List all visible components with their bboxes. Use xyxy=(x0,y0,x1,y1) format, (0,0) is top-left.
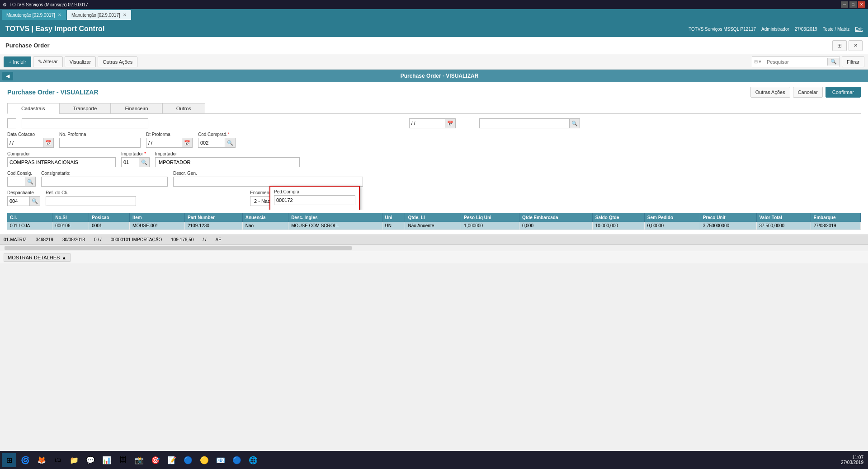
search-icon-despachante[interactable]: 🔍 xyxy=(30,196,40,206)
field-importador: Importador xyxy=(155,151,300,167)
col-saldo-qtde: Saldo Qtde xyxy=(592,213,644,222)
input-group-data-cotacao: 📅 xyxy=(7,138,54,148)
col-embarque: Embarque xyxy=(811,213,860,222)
input-despachante[interactable] xyxy=(7,196,30,206)
input-blank2[interactable] xyxy=(22,118,148,128)
incluir-button[interactable]: + Incluir xyxy=(4,56,31,67)
col-desc-ingles: Desc. Ingles xyxy=(288,213,382,222)
cell-sem-pedido: 0,00000 xyxy=(644,222,700,230)
col-part-number: Part Number xyxy=(184,213,242,222)
input-cod-consig[interactable] xyxy=(7,177,25,187)
search-icon-1[interactable]: 🔍 xyxy=(570,118,580,128)
tab-2[interactable]: Manutenção [02.9.0017] ✕ xyxy=(67,10,131,20)
filtrar-button[interactable]: Filtrar xyxy=(842,56,864,67)
input-group-despachante: 🔍 xyxy=(7,196,40,206)
tab-outros[interactable]: Outros xyxy=(162,103,205,113)
status-empresa: 01-MATRIZ xyxy=(4,237,27,242)
popup-input-ped-compra[interactable] xyxy=(274,195,355,205)
status-bar: 01-MATRIZ 3468219 30/08/2018 0 / / 00000… xyxy=(0,234,868,244)
field-ref-cli: Ref. do Cli. xyxy=(46,190,136,206)
input-consignatario[interactable] xyxy=(41,177,168,187)
exit-link[interactable]: Exit xyxy=(855,27,863,32)
tab-2-close[interactable]: ✕ xyxy=(123,13,127,17)
input-blank1[interactable] xyxy=(7,118,16,128)
tab-cadastrais[interactable]: Cadastrais xyxy=(7,103,59,114)
alterar-button[interactable]: ✎ Alterar xyxy=(33,56,63,67)
col-anuencia: Anuencia xyxy=(242,213,288,222)
tab-transporte[interactable]: Transporte xyxy=(59,103,111,113)
field-blank4: 🔍 xyxy=(479,118,861,128)
popup-label-ped-compra: Ped.Compra xyxy=(274,189,355,194)
title-bar-left: ⚙ TOTVS Serviços (Microsiga) 02.9.0017 xyxy=(3,2,88,7)
form-row-0: 📅 🔍 xyxy=(7,118,861,128)
cell-desc-ingles: MOUSE COM SCROLL xyxy=(288,222,382,230)
search-icon-importador[interactable]: 🔍 xyxy=(139,157,150,167)
cell-posicao: 0001 xyxy=(89,222,130,230)
back-button[interactable]: ◀ xyxy=(2,72,13,80)
form-row-4: Despachante 🔍 Ref. do Cli. Ped.Compra Va… xyxy=(7,190,861,206)
title-bar-right: ─ □ ✕ xyxy=(841,1,865,8)
input-importador[interactable] xyxy=(155,157,300,167)
form-row-1: Data Cotacao 📅 No. Proforma Dt Proforma … xyxy=(7,132,861,148)
close-module-button[interactable]: ✕ xyxy=(849,40,863,51)
minimize-button[interactable]: ─ xyxy=(841,1,848,8)
calendar-icon-proforma[interactable]: 📅 xyxy=(182,138,193,148)
popup-ped-compra: Ped.Compra Validação W2_PO_SIGA Ajuda: N… xyxy=(269,186,360,210)
search-button[interactable]: 🔍 xyxy=(827,58,840,66)
tab-bar: Manutenção [02.9.0017] ✕ Manutenção [02.… xyxy=(0,9,868,21)
form-actions: Outras Ações Cancelar Confirmar xyxy=(750,87,861,98)
title-bar: ⚙ TOTVS Serviços (Microsiga) 02.9.0017 ─… xyxy=(0,0,868,9)
cell-ci: 001 LOJA xyxy=(7,222,52,230)
table-container: C.I. No.SI Posicao Item Part Number Anue… xyxy=(7,213,861,230)
cancelar-button[interactable]: Cancelar xyxy=(793,87,823,98)
calendar-icon-1[interactable]: 📅 xyxy=(445,118,456,128)
show-details-button[interactable]: MOSTRAR DETALHES ▲ xyxy=(4,253,71,262)
columns-icon: ⊞▼ xyxy=(752,58,764,65)
tab-financeiro[interactable]: Financeiro xyxy=(111,103,162,113)
visualizar-button[interactable]: Visualizar xyxy=(65,56,96,67)
module-title: Purchase Order xyxy=(5,42,50,49)
field-blank3: 📅 xyxy=(409,118,456,128)
label-data-cotacao: Data Cotacao xyxy=(7,132,54,137)
input-blank4[interactable] xyxy=(479,118,570,128)
label-despachante: Despachante xyxy=(7,190,40,195)
label-consignatario: Consignatario: xyxy=(41,171,168,176)
input-importador-cod[interactable] xyxy=(121,157,139,167)
close-button[interactable]: ✕ xyxy=(858,1,865,8)
app-title: TOTVS | Easy Import Control xyxy=(5,25,104,33)
columns-button[interactable]: ⊞ xyxy=(832,40,847,51)
tab-1[interactable]: Manutenção [02.9.0017] ✕ xyxy=(2,10,66,20)
input-dt-proforma[interactable] xyxy=(146,138,182,148)
input-blank3[interactable] xyxy=(409,118,445,128)
input-cod-comprad[interactable] xyxy=(198,138,225,148)
input-data-cotacao[interactable] xyxy=(7,138,43,148)
app-header: TOTVS | Easy Import Control TOTVS Serviç… xyxy=(0,21,868,37)
input-ref-cli[interactable] xyxy=(46,196,136,206)
label-descr-gen: Descr. Gen. xyxy=(173,171,861,176)
tab-1-close[interactable]: ✕ xyxy=(58,13,61,17)
maximize-button[interactable]: □ xyxy=(849,1,857,8)
input-comprador[interactable] xyxy=(7,157,116,167)
scrollbar-thumb xyxy=(5,246,352,250)
search-icon-consig[interactable]: 🔍 xyxy=(25,177,36,187)
label-ref-cli: Ref. do Cli. xyxy=(46,190,136,195)
field-data-cotacao: Data Cotacao 📅 xyxy=(7,132,54,148)
outras-acoes-form-button[interactable]: Outras Ações xyxy=(750,87,790,98)
chevron-up-icon: ▲ xyxy=(61,255,66,260)
table-row[interactable]: 001 LOJA 000106 0001 MOUSE-001 2109-1230… xyxy=(7,222,861,230)
col-ci: C.I. xyxy=(7,213,52,222)
input-group-blank3: 📅 xyxy=(409,118,456,128)
form-content: 📅 🔍 Data Cotacao 📅 No. Proforma xyxy=(7,118,861,210)
search-icon-comprad[interactable]: 🔍 xyxy=(225,138,236,148)
form-area: Purchase Order - VISUALIZAR Outras Ações… xyxy=(0,82,868,234)
calendar-icon-cotacao[interactable]: 📅 xyxy=(43,138,54,148)
app-header-right: TOTVS Serviços MSSQL P12117 Administrado… xyxy=(689,27,863,32)
input-descr-gen[interactable] xyxy=(173,177,363,187)
input-group-importador-cod: 🔍 xyxy=(121,157,150,167)
confirmar-button[interactable]: Confirmar xyxy=(826,87,861,98)
search-input[interactable] xyxy=(764,58,827,66)
input-no-proforma[interactable] xyxy=(59,138,141,148)
app-icon: ⚙ xyxy=(3,2,7,7)
horizontal-scrollbar[interactable] xyxy=(0,244,868,251)
outras-acoes-toolbar-button[interactable]: Outras Ações xyxy=(98,56,137,67)
